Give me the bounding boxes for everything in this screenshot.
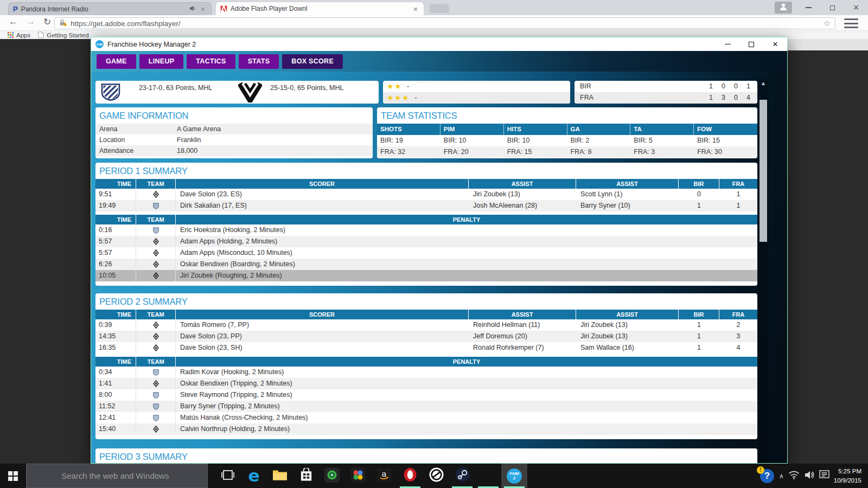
taskbar-icon-opera[interactable] (397, 464, 423, 488)
profile-button[interactable] (775, 2, 792, 14)
penalty-row[interactable]: 8:00Steve Raymond (Tripping, 2 Minutes) (95, 389, 757, 401)
penalty-row[interactable]: 15:40Calvin Northrup (Holding, 2 Minutes… (95, 423, 757, 435)
bookmark-star-icon[interactable]: ☆ (824, 18, 831, 28)
linescore-value: 0 (725, 92, 738, 104)
clock[interactable]: 5:25 PM 10/9/2015 (834, 467, 864, 485)
help-tray-icon[interactable]: ? ! (758, 468, 775, 484)
game-info-row[interactable]: LocationFranklin (95, 134, 373, 145)
column-header-time: TIME (95, 179, 136, 189)
goal-row[interactable]: 14:35Dave Solon (23, PP)Jeff Doremus (20… (95, 331, 757, 342)
tab-audio-icon (189, 5, 196, 11)
scroll-up-arrow-icon[interactable]: ▲ (758, 79, 768, 88)
nav-button-lineup[interactable]: LINEUP (139, 54, 184, 69)
team-stats-row[interactable]: FRA: 32FRA: 20FRA: 15FRA: 8FRA: 3FRA: 30 (377, 146, 757, 158)
penalty-row[interactable]: 5:57Adam Apps (Misconduct, 10 Minutes) (95, 247, 757, 259)
adobe-favicon (220, 5, 227, 12)
browser-minimize-button[interactable] (796, 0, 820, 15)
wifi-icon[interactable] (788, 471, 800, 481)
fhm-maximize-button[interactable] (739, 37, 763, 51)
nav-button-game[interactable]: GAME (97, 54, 136, 69)
penalty-time: 5:57 (95, 247, 136, 259)
address-bar[interactable]: https://get.adobe.com/flashplayer/ ☆ (54, 17, 835, 29)
taskbar-icon-chrome[interactable] (475, 464, 501, 488)
penalty-row[interactable]: 6:26Oskar Bendixen (Boarding, 2 Minutes) (95, 259, 757, 270)
bookmark-item-getting-started[interactable]: Getting Started (38, 31, 88, 38)
tab-close-icon[interactable]: × (412, 5, 419, 13)
linescore-value: 4 (738, 92, 750, 104)
penalty-row[interactable]: 11:52Barry Syner (Tripping, 2 Minutes) (95, 401, 757, 412)
team-statistics-title: TEAM STATISTICS (377, 107, 757, 124)
penalty-row[interactable]: 0:34Radim Kovar (Hooking, 2 Minutes) (95, 367, 757, 378)
fhm2-titlebar[interactable]: FHM Franchise Hockey Manager 2 × (91, 37, 787, 51)
game-info-row[interactable]: ArenaA Game Arena (95, 124, 373, 134)
goal-row[interactable]: 19:49Dirk Sakalian (17, ES)Josh McAleena… (95, 200, 757, 211)
scrollbar[interactable]: ▲ (758, 79, 768, 464)
penalty-time: 10:05 (95, 270, 136, 281)
taskbar-icon-steam[interactable] (449, 464, 475, 488)
taskbar-icon-edge[interactable]: e (241, 464, 267, 488)
penalty-time: 0:34 (95, 367, 136, 378)
browser-close-button[interactable]: × (844, 0, 868, 15)
penalty-row[interactable]: 12:41Matús Hanak (Cross-Checking, 2 Minu… (95, 412, 757, 423)
penalty-row[interactable]: 10:05Jiri Zoubek (Roughing, 2 Minutes) (95, 270, 757, 281)
game-info-row[interactable]: Attendance18,000 (95, 145, 373, 156)
browser-menu-button[interactable] (844, 18, 858, 28)
fhm-close-button[interactable]: × (763, 37, 787, 51)
new-tab-button[interactable] (430, 4, 449, 13)
tray-expand-chevron-icon[interactable]: ∧ (779, 472, 784, 480)
linescore-value: 1 (700, 81, 713, 92)
tray-time: 5:25 PM (834, 467, 861, 476)
stat-value: FRA: 15 (504, 146, 567, 158)
linescore-row[interactable]: BIR1001 (575, 81, 757, 92)
maximize-icon (749, 42, 754, 47)
team-icon-bir (152, 414, 159, 422)
taskbar-icon-amazon[interactable]: a (371, 464, 397, 488)
penalty-row[interactable]: 1:41Oskar Bendixen (Tripping, 2 Minutes) (95, 378, 757, 389)
taskbar-icon-browser-app[interactable] (423, 464, 449, 488)
bookmark-item-apps[interactable]: Apps (8, 31, 30, 38)
security-warning-icon[interactable] (59, 18, 67, 29)
penalty-row[interactable]: 5:57Adam Apps (Holding, 2 Minutes) (95, 236, 757, 247)
team-icon-fra (152, 272, 159, 279)
penalty-penalty: Steve Raymond (Tripping, 2 Minutes) (176, 389, 757, 401)
taskbar-icon-photos-app[interactable] (345, 464, 371, 488)
penalty-row[interactable]: 0:16Eric Hoekstra (Hooking, 2 Minutes) (95, 224, 757, 236)
taskbar-icon-windows-store[interactable] (293, 464, 319, 488)
nav-button-tactics[interactable]: TACTICS (187, 54, 235, 69)
nav-button-stats[interactable]: STATS (239, 54, 279, 69)
column-header-time: TIME (95, 310, 136, 319)
goal-row[interactable]: 9:51Dave Solon (23, ES)Jiri Zoubek (13)S… (95, 189, 757, 200)
column-header-scorer: SCORER (176, 179, 469, 189)
start-button[interactable] (0, 464, 26, 488)
tab-close-icon[interactable]: × (199, 5, 207, 13)
star-row[interactable]: ★★★- (383, 92, 570, 104)
info-value: A Game Arena (177, 124, 221, 134)
back-button[interactable]: ← (9, 16, 18, 27)
team-icon-bir (152, 369, 159, 376)
scrollbar-thumb[interactable] (760, 100, 767, 242)
taskbar-icon-file-explorer[interactable] (267, 464, 293, 488)
volume-icon[interactable] (804, 471, 815, 481)
taskbar-icon-task-view[interactable] (215, 464, 241, 488)
star-row[interactable]: ★★- (383, 81, 570, 92)
taskbar-icon-media-app[interactable] (319, 464, 345, 488)
browser-tab-strip: PPandora Internet Radio×Adobe Flash Play… (0, 0, 868, 15)
period-2-summary-panel: PERIOD 2 SUMMARYTIMETEAMSCORERASSISTASSI… (95, 293, 757, 439)
taskbar-search-input[interactable]: Search the web and Windows (26, 464, 208, 488)
fhm-minimize-button[interactable] (716, 37, 739, 51)
browser-restore-button[interactable] (820, 0, 844, 15)
browser-tab-pandora[interactable]: PPandora Internet Radio× (8, 2, 212, 15)
nav-button-box-score[interactable]: BOX SCORE (282, 54, 343, 69)
team-stats-row[interactable]: BIR: 19BIR: 10BIR: 10BIR: 2BIR: 5BIR: 15 (377, 135, 757, 146)
penalty-penalty: Eric Hoekstra (Hooking, 2 Minutes) (176, 224, 757, 236)
team-icon-bir (136, 389, 176, 401)
linescore-row[interactable]: FRA1304 (575, 92, 757, 104)
action-center-icon[interactable] (819, 470, 829, 481)
goal-row[interactable]: 16:35Dave Solon (23, SH)Ronald Rohrkempe… (95, 342, 757, 354)
forward-button[interactable]: → (26, 16, 35, 27)
reload-button[interactable]: ↻ (43, 16, 51, 28)
goal-row[interactable]: 0:39Tomás Romero (7, PP)Reinhold Hellman… (95, 319, 757, 331)
taskbar-icon-fhm2[interactable]: FHM2 (501, 464, 527, 488)
browser-tab-adobe[interactable]: Adobe Flash Player Downl× (216, 2, 424, 15)
goal-scorer: Dave Solon (23, ES) (176, 189, 469, 200)
